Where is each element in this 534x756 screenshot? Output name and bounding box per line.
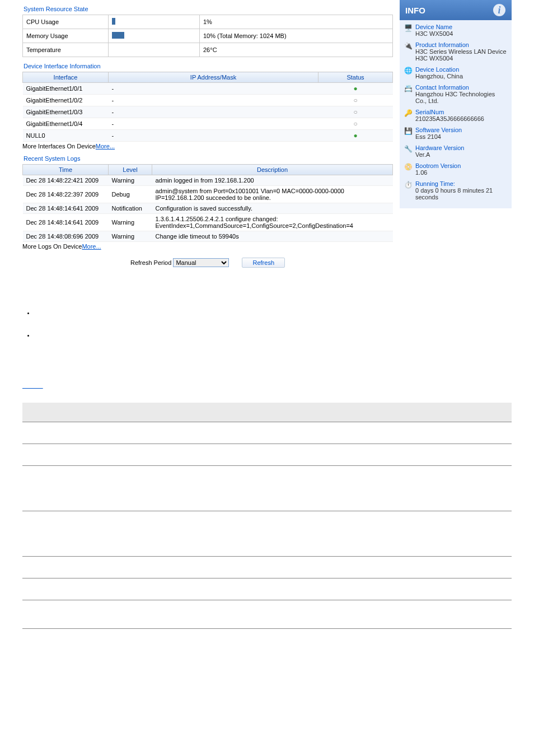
list-item: [35, 309, 512, 332]
svg-text:i: i: [498, 4, 500, 16]
more-interfaces-link[interactable]: More...: [96, 143, 115, 150]
main-content: System Resource State CPU Usage 1% Memor…: [22, 0, 393, 276]
log-time: Dec 28 14:48:22:397 2009: [23, 186, 109, 203]
status-icon: [318, 118, 393, 130]
iface-ip: -: [109, 118, 318, 130]
iface-ip: -: [109, 106, 318, 118]
iface-ip: -: [109, 83, 318, 95]
log-desc: admin@system from Port=0x1001001 Vlan=0 …: [152, 186, 393, 203]
info-value: Hangzhou, China: [415, 73, 463, 80]
info-label: Device Name: [415, 24, 453, 30]
info-label: SerialNum: [415, 109, 484, 115]
table-row: NULL0-: [23, 130, 393, 142]
info-value: Ess 2104: [415, 133, 462, 140]
info-item: 🔧Hardware VersionVer.A: [404, 144, 507, 158]
info-item: 🔌Product InformationH3C Series Wireless …: [404, 41, 507, 62]
log-level: Warning: [109, 231, 152, 242]
link-placeholder[interactable]: [22, 382, 43, 389]
info-value: H3C WX5004: [415, 30, 453, 37]
refresh-row: Refresh Period Manual Refresh: [22, 258, 393, 268]
status-icon: [318, 106, 393, 118]
bootrom-icon: 📀: [404, 163, 412, 171]
info-label: Bootrom Version: [415, 162, 461, 169]
more-interfaces: More Interfaces On DeviceMore...: [22, 143, 393, 150]
log-desc: admin logged in from 192.168.1.200: [152, 175, 393, 186]
header-interface[interactable]: Interface: [23, 72, 109, 83]
info-label: Software Version: [415, 127, 462, 133]
more-logs: More Logs On DeviceMore...: [22, 243, 393, 250]
resource-table: CPU Usage 1% Memory Usage 10% (Total Mem…: [22, 15, 393, 57]
header-level[interactable]: Level: [109, 165, 152, 175]
resource-label: Memory Usage: [23, 29, 109, 43]
resource-label: Temperature: [23, 43, 109, 57]
iface-name: NULL0: [23, 130, 109, 142]
progress-bar: [112, 18, 115, 25]
interface-info-title: Device Interface Information: [24, 63, 393, 69]
info-item: 🔑SerialNum210235A35J6666666666: [404, 109, 507, 122]
more-logs-link[interactable]: More...: [82, 243, 101, 250]
info-panel: INFO i 🖥️Device NameH3C WX5004 🔌Product …: [400, 0, 512, 208]
list-item: [35, 332, 512, 354]
table-row: [22, 557, 512, 578]
info-label: Running Time:: [415, 180, 507, 187]
info-item: 🖥️Device NameH3C WX5004: [404, 24, 507, 37]
serial-icon: 🔑: [404, 109, 412, 117]
header-status[interactable]: Status: [318, 72, 393, 83]
hardware-icon: 🔧: [404, 145, 412, 153]
log-time: Dec 28 14:48:08:696 2009: [23, 231, 109, 242]
resource-row: Temperature 26°C: [23, 43, 393, 57]
header-desc[interactable]: Description: [152, 165, 393, 175]
info-title: INFO: [405, 6, 425, 15]
runtime-icon: ⏱️: [404, 181, 412, 189]
status-icon: [318, 83, 393, 95]
iface-name: GigabitEthernet1/0/1: [23, 83, 109, 95]
table-row: [22, 444, 512, 466]
table-row: Dec 28 14:48:22:397 2009Debugadmin@syste…: [23, 186, 393, 203]
info-item: 📇Contact InformationHangzhou H3C Technol…: [404, 84, 507, 104]
table-row: Dec 28 14:48:22:421 2009Warningadmin log…: [23, 175, 393, 186]
resource-label: CPU Usage: [23, 15, 109, 29]
table-row: [22, 466, 512, 511]
bullet-list: [22, 309, 512, 354]
header-time[interactable]: Time: [23, 165, 109, 175]
contact-icon: 📇: [404, 85, 412, 92]
logs-table: Time Level Description Dec 28 14:48:22:4…: [22, 164, 393, 242]
header-ip[interactable]: IP Address/Mask: [109, 72, 318, 83]
resource-bar-cell: [109, 29, 200, 43]
desc-header-1: [139, 403, 512, 422]
log-level: Warning: [109, 214, 152, 231]
status-icon: [318, 95, 393, 106]
info-value: Hangzhou H3C Technologies Co., Ltd.: [415, 91, 507, 104]
table-row: [22, 578, 512, 600]
progress-bar: [112, 32, 124, 39]
iface-ip: -: [109, 95, 318, 106]
refresh-button[interactable]: Refresh: [242, 258, 285, 268]
log-desc: Change idle timeout to 59940s: [152, 231, 393, 242]
log-desc: 1.3.6.1.4.1.25506.2.4.2.1 configure chan…: [152, 214, 393, 231]
location-icon: 🌐: [404, 67, 412, 74]
info-label: Hardware Version: [415, 144, 464, 151]
description-table: [22, 403, 512, 629]
table-row: GigabitEthernet1/0/4-: [23, 118, 393, 130]
info-value: 1.06: [415, 169, 461, 176]
info-value: 0 days 0 hours 8 minutes 21 seconds: [415, 187, 507, 200]
software-icon: 💾: [404, 127, 412, 135]
iface-name: GigabitEthernet1/0/3: [23, 106, 109, 118]
info-item: ⏱️Running Time:0 days 0 hours 8 minutes …: [404, 180, 507, 200]
table-row: [22, 511, 512, 557]
desc-header-0: [22, 403, 139, 422]
table-row: GigabitEthernet1/0/3-: [23, 106, 393, 118]
iface-name: GigabitEthernet1/0/4: [23, 118, 109, 130]
product-icon: 🔌: [404, 42, 412, 50]
resource-value: 1%: [200, 15, 393, 29]
info-header: INFO i: [400, 0, 512, 20]
resource-bar-cell: [109, 43, 200, 57]
refresh-period-select[interactable]: Manual: [173, 258, 229, 267]
table-row: Dec 28 14:48:14:641 2009Warning1.3.6.1.4…: [23, 214, 393, 231]
log-time: Dec 28 14:48:14:641 2009: [23, 214, 109, 231]
log-level: Notification: [109, 203, 152, 214]
table-row: Dec 28 14:48:14:641 2009NotificationConf…: [23, 203, 393, 214]
resource-bar-cell: [109, 15, 200, 29]
info-value: 210235A35J6666666666: [415, 115, 484, 122]
info-item: 📀Bootrom Version1.06: [404, 162, 507, 176]
